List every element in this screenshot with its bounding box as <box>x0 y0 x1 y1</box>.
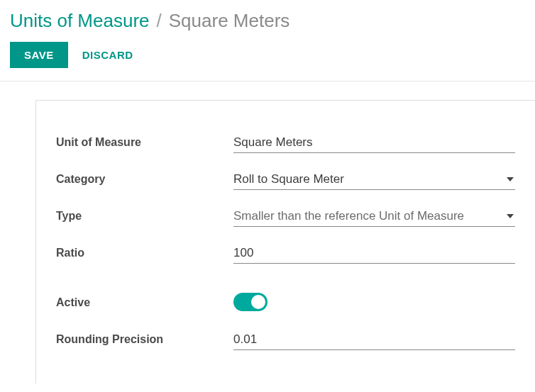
input-rounding-precision[interactable] <box>233 330 515 350</box>
save-button[interactable]: Save <box>10 42 68 68</box>
select-category[interactable]: Roll to Square Meter <box>233 169 515 190</box>
select-type[interactable]: Smaller than the reference Unit of Measu… <box>233 206 515 227</box>
breadcrumb-separator: / <box>157 10 162 32</box>
label-unit-of-measure: Unit of Measure <box>56 136 233 149</box>
breadcrumb-current: Square Meters <box>169 10 290 32</box>
action-bar: Save Discard <box>10 42 525 81</box>
label-type: Type <box>56 210 233 223</box>
select-type-value: Smaller than the reference Unit of Measu… <box>233 206 515 227</box>
toggle-knob <box>251 295 265 309</box>
breadcrumb-parent-link[interactable]: Units of Measure <box>10 10 150 32</box>
label-category: Category <box>56 173 233 186</box>
select-category-value: Roll to Square Meter <box>233 169 515 190</box>
input-ratio[interactable] <box>233 243 515 264</box>
toggle-active[interactable] <box>233 293 268 311</box>
input-unit-of-measure[interactable] <box>233 133 515 153</box>
label-ratio: Ratio <box>56 247 233 259</box>
breadcrumb: Units of Measure / Square Meters <box>10 10 525 32</box>
label-active: Active <box>56 296 233 309</box>
discard-button[interactable]: Discard <box>82 49 133 61</box>
label-rounding-precision: Rounding Precision <box>56 333 233 346</box>
form-card: Unit of Measure Category Roll to Square … <box>35 100 535 383</box>
